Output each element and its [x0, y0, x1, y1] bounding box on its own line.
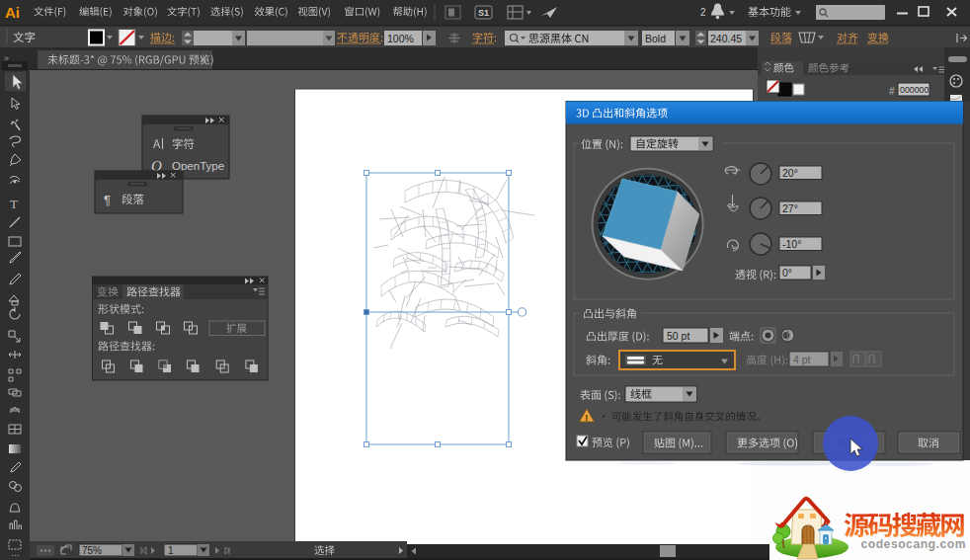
svg-text:240.45: 240.45: [710, 33, 742, 44]
svg-text:…: …: [11, 548, 20, 558]
svg-text:S1: S1: [478, 8, 489, 18]
svg-text:-10°: -10°: [782, 238, 801, 250]
svg-text:20°: 20°: [782, 167, 798, 179]
svg-text:Ai: Ai: [5, 4, 20, 21]
svg-text:1: 1: [168, 545, 174, 556]
svg-text:0°: 0°: [782, 267, 792, 279]
svg-text:2: 2: [700, 7, 706, 18]
svg-text:T: T: [10, 197, 18, 211]
svg-text:50 pt: 50 pt: [667, 330, 689, 342]
svg-text:¶: ¶: [104, 193, 111, 207]
svg-text:100%: 100%: [387, 33, 414, 44]
svg-text:#: #: [889, 86, 895, 97]
svg-text:000000: 000000: [900, 85, 929, 95]
svg-text:75%: 75%: [82, 545, 102, 556]
svg-text:Bold: Bold: [645, 33, 666, 44]
svg-text:!: !: [585, 413, 588, 423]
svg-text:codesocang.com: codesocang.com: [860, 537, 966, 551]
svg-text:OpenType: OpenType: [172, 160, 224, 172]
svg-text:27°: 27°: [782, 202, 798, 214]
svg-text:4 pt: 4 pt: [793, 354, 811, 365]
